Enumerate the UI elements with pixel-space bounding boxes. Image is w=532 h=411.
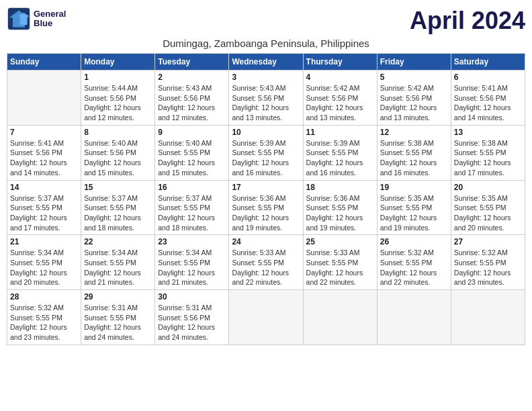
day-number: 3: [232, 73, 300, 82]
logo-text: General Blue: [34, 9, 66, 29]
day-info: Sunrise: 5:38 AM Sunset: 5:55 PM Dayligh…: [454, 138, 522, 178]
day-info: Sunrise: 5:34 AM Sunset: 5:55 PM Dayligh…: [158, 248, 226, 287]
calendar-week-5: 28Sunrise: 5:32 AM Sunset: 5:55 PM Dayli…: [7, 290, 525, 345]
day-info: Sunrise: 5:31 AM Sunset: 5:56 PM Dayligh…: [158, 303, 226, 342]
calendar-cell: 9Sunrise: 5:40 AM Sunset: 5:55 PM Daylig…: [155, 125, 229, 180]
day-number: 17: [232, 183, 300, 192]
day-info: Sunrise: 5:37 AM Sunset: 5:55 PM Dayligh…: [158, 193, 226, 233]
calendar-cell: 21Sunrise: 5:34 AM Sunset: 5:55 PM Dayli…: [7, 235, 81, 290]
day-info: Sunrise: 5:40 AM Sunset: 5:55 PM Dayligh…: [158, 138, 226, 178]
day-info: Sunrise: 5:41 AM Sunset: 5:56 PM Dayligh…: [10, 138, 78, 178]
day-info: Sunrise: 5:36 AM Sunset: 5:55 PM Dayligh…: [232, 193, 300, 233]
day-number: 11: [306, 128, 374, 137]
calendar-cell: 30Sunrise: 5:31 AM Sunset: 5:56 PM Dayli…: [155, 290, 229, 345]
calendar-cell: [451, 290, 525, 345]
calendar-cell: 29Sunrise: 5:31 AM Sunset: 5:55 PM Dayli…: [81, 290, 155, 345]
day-number: 2: [158, 73, 226, 82]
calendar-cell: 17Sunrise: 5:36 AM Sunset: 5:55 PM Dayli…: [229, 180, 303, 235]
day-number: 7: [10, 128, 78, 137]
calendar-cell: [377, 290, 451, 345]
calendar-cell: 28Sunrise: 5:32 AM Sunset: 5:55 PM Dayli…: [7, 290, 81, 345]
calendar-header: SundayMondayTuesdayWednesdayThursdayFrid…: [7, 54, 525, 71]
day-info: Sunrise: 5:32 AM Sunset: 5:55 PM Dayligh…: [454, 248, 522, 287]
calendar-cell: 8Sunrise: 5:40 AM Sunset: 5:56 PM Daylig…: [81, 125, 155, 180]
day-number: 9: [158, 128, 226, 137]
calendar-cell: 27Sunrise: 5:32 AM Sunset: 5:55 PM Dayli…: [451, 235, 525, 290]
calendar-cell: 25Sunrise: 5:33 AM Sunset: 5:55 PM Dayli…: [303, 235, 377, 290]
day-number: 14: [10, 183, 78, 192]
logo-icon: [7, 7, 31, 31]
day-info: Sunrise: 5:33 AM Sunset: 5:55 PM Dayligh…: [306, 248, 374, 287]
logo-line2: Blue: [34, 19, 66, 28]
calendar-cell: 3Sunrise: 5:43 AM Sunset: 5:56 PM Daylig…: [229, 71, 303, 126]
day-info: Sunrise: 5:43 AM Sunset: 5:56 PM Dayligh…: [158, 83, 226, 123]
calendar-cell: 7Sunrise: 5:41 AM Sunset: 5:56 PM Daylig…: [7, 125, 81, 180]
calendar-cell: 23Sunrise: 5:34 AM Sunset: 5:55 PM Dayli…: [155, 235, 229, 290]
day-header-sunday: Sunday: [7, 54, 81, 71]
day-number: 12: [380, 128, 448, 137]
day-info: Sunrise: 5:34 AM Sunset: 5:55 PM Dayligh…: [10, 248, 78, 287]
calendar-cell: 18Sunrise: 5:36 AM Sunset: 5:55 PM Dayli…: [303, 180, 377, 235]
calendar-cell: 26Sunrise: 5:32 AM Sunset: 5:55 PM Dayli…: [377, 235, 451, 290]
day-number: 8: [84, 128, 152, 137]
day-info: Sunrise: 5:32 AM Sunset: 5:55 PM Dayligh…: [10, 303, 78, 342]
day-info: Sunrise: 5:33 AM Sunset: 5:55 PM Dayligh…: [232, 248, 300, 287]
calendar-cell: 16Sunrise: 5:37 AM Sunset: 5:55 PM Dayli…: [155, 180, 229, 235]
day-info: Sunrise: 5:40 AM Sunset: 5:56 PM Dayligh…: [84, 138, 152, 178]
day-number: 16: [158, 183, 226, 192]
day-number: 18: [306, 183, 374, 192]
day-info: Sunrise: 5:35 AM Sunset: 5:55 PM Dayligh…: [380, 193, 448, 233]
logo-line1: General: [34, 9, 66, 19]
day-info: Sunrise: 5:38 AM Sunset: 5:55 PM Dayligh…: [380, 138, 448, 178]
day-number: 4: [306, 73, 374, 82]
month-title: April 2024: [410, 7, 525, 35]
day-info: Sunrise: 5:41 AM Sunset: 5:56 PM Dayligh…: [454, 83, 522, 123]
day-info: Sunrise: 5:31 AM Sunset: 5:55 PM Dayligh…: [84, 303, 152, 342]
calendar-cell: [7, 71, 81, 126]
calendar-cell: 20Sunrise: 5:35 AM Sunset: 5:55 PM Dayli…: [451, 180, 525, 235]
day-number: 5: [380, 73, 448, 82]
day-header-friday: Friday: [377, 54, 451, 71]
day-header-tuesday: Tuesday: [155, 54, 229, 71]
calendar-cell: [229, 290, 303, 345]
day-info: Sunrise: 5:39 AM Sunset: 5:55 PM Dayligh…: [306, 138, 374, 178]
day-number: 26: [380, 237, 448, 246]
calendar-cell: 6Sunrise: 5:41 AM Sunset: 5:56 PM Daylig…: [451, 71, 525, 126]
day-number: 27: [454, 237, 522, 246]
day-info: Sunrise: 5:32 AM Sunset: 5:55 PM Dayligh…: [380, 248, 448, 287]
calendar-cell: 24Sunrise: 5:33 AM Sunset: 5:55 PM Dayli…: [229, 235, 303, 290]
day-info: Sunrise: 5:37 AM Sunset: 5:55 PM Dayligh…: [84, 193, 152, 233]
day-info: Sunrise: 5:43 AM Sunset: 5:56 PM Dayligh…: [232, 83, 300, 123]
day-number: 23: [158, 237, 226, 246]
day-info: Sunrise: 5:36 AM Sunset: 5:55 PM Dayligh…: [306, 193, 374, 233]
day-number: 15: [84, 183, 152, 192]
calendar-cell: 10Sunrise: 5:39 AM Sunset: 5:55 PM Dayli…: [229, 125, 303, 180]
calendar-cell: 14Sunrise: 5:37 AM Sunset: 5:55 PM Dayli…: [7, 180, 81, 235]
calendar-table: SundayMondayTuesdayWednesdayThursdayFrid…: [7, 53, 525, 345]
calendar-cell: 13Sunrise: 5:38 AM Sunset: 5:55 PM Dayli…: [451, 125, 525, 180]
calendar-cell: 12Sunrise: 5:38 AM Sunset: 5:55 PM Dayli…: [377, 125, 451, 180]
day-header-saturday: Saturday: [451, 54, 525, 71]
day-number: 28: [10, 292, 78, 302]
calendar-body: 1Sunrise: 5:44 AM Sunset: 5:56 PM Daylig…: [7, 71, 525, 345]
day-number: 10: [232, 128, 300, 137]
day-number: 22: [84, 237, 152, 246]
calendar-cell: 15Sunrise: 5:37 AM Sunset: 5:55 PM Dayli…: [81, 180, 155, 235]
calendar-cell: 1Sunrise: 5:44 AM Sunset: 5:56 PM Daylig…: [81, 71, 155, 126]
calendar-cell: 5Sunrise: 5:42 AM Sunset: 5:56 PM Daylig…: [377, 71, 451, 126]
day-info: Sunrise: 5:44 AM Sunset: 5:56 PM Dayligh…: [84, 83, 152, 123]
day-number: 25: [306, 237, 374, 246]
day-info: Sunrise: 5:37 AM Sunset: 5:55 PM Dayligh…: [10, 193, 78, 233]
page-subtitle: Dumingag, Zamboanga Peninsula, Philippin…: [7, 38, 525, 49]
calendar-cell: 2Sunrise: 5:43 AM Sunset: 5:56 PM Daylig…: [155, 71, 229, 126]
day-header-thursday: Thursday: [303, 54, 377, 71]
day-info: Sunrise: 5:42 AM Sunset: 5:56 PM Dayligh…: [380, 83, 448, 123]
day-number: 21: [10, 237, 78, 246]
calendar-cell: [303, 290, 377, 345]
day-number: 30: [158, 292, 226, 302]
day-header-wednesday: Wednesday: [229, 54, 303, 71]
calendar-week-2: 7Sunrise: 5:41 AM Sunset: 5:56 PM Daylig…: [7, 125, 525, 180]
logo: General Blue: [7, 7, 66, 31]
day-info: Sunrise: 5:39 AM Sunset: 5:55 PM Dayligh…: [232, 138, 300, 178]
day-number: 1: [84, 73, 152, 82]
